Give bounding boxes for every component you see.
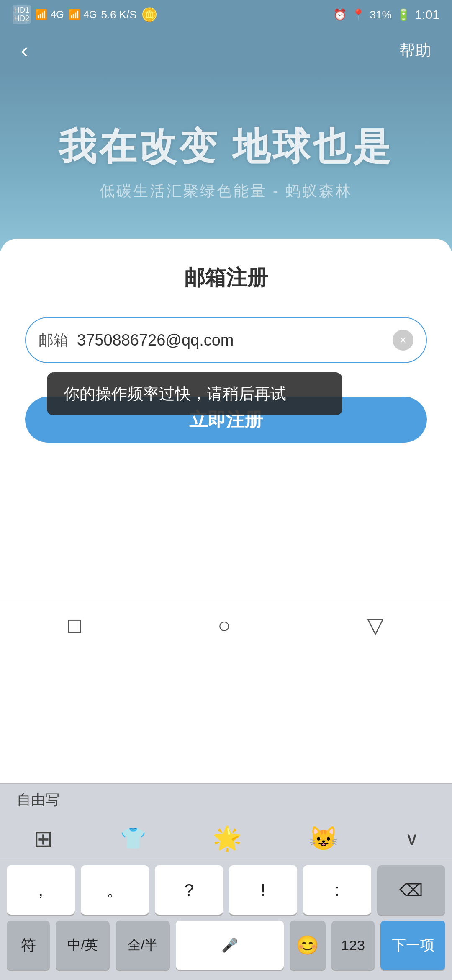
back-triangle-button[interactable]: ▽: [367, 613, 384, 638]
status-right: ⏰ 📍 31% 🔋 1:01: [333, 8, 439, 22]
bottom-nav: □ ○ ▽: [0, 602, 452, 648]
hero-title: 我在改变 地球也是: [59, 121, 393, 173]
signal-4g-1: 📶 4G: [35, 9, 64, 21]
top-nav: ‹ 帮助: [0, 29, 452, 71]
sticker-icon[interactable]: 🌟: [213, 825, 242, 852]
clear-button[interactable]: ×: [393, 330, 413, 351]
time: 1:01: [415, 8, 439, 22]
email-label: 邮箱: [39, 330, 69, 351]
keys-area: , 。 ? ! : ⌫ 符 中/英 全/半 🎤 😊: [0, 861, 452, 980]
hd-badge: HD1 HD2: [13, 5, 31, 24]
key-comma[interactable]: ,: [7, 865, 75, 915]
shirt-icon[interactable]: 👕: [120, 826, 146, 851]
empty-space: [0, 459, 452, 602]
signal-4g-2: 📶 4G: [68, 9, 97, 21]
hero-subtitle: 低碳生活汇聚绿色能量 - 蚂蚁森林: [100, 181, 352, 201]
keyboard-section: 自由写 ⊞ 👕 🌟 😺 ∨ , 。 ? ! : ⌫ 符: [0, 783, 452, 980]
lang-switch-key[interactable]: 中/英: [56, 921, 110, 970]
error-tooltip: 你的操作频率过快，请稍后再试: [47, 372, 342, 415]
space-key[interactable]: 🎤: [176, 921, 284, 970]
form-title: 邮箱注册: [25, 264, 427, 292]
form-card: 邮箱注册 邮箱 × 你的操作频率过快，请稍后再试 立即注册: [0, 239, 452, 459]
symbol-key[interactable]: 符: [7, 921, 50, 970]
speed: 5.6 K/S: [101, 8, 136, 21]
battery-text: 31%: [370, 8, 392, 21]
face-icon[interactable]: 😺: [309, 825, 338, 852]
location-icon: 📍: [352, 8, 365, 21]
keyboard-top-bar: 自由写: [0, 783, 452, 816]
home-square-button[interactable]: □: [68, 613, 81, 638]
coin-icon: 🪙: [141, 7, 158, 23]
backspace-key[interactable]: ⌫: [377, 865, 445, 915]
grid-icon[interactable]: ⊞: [33, 825, 53, 852]
keyboard-toolbar: ⊞ 👕 🌟 😺 ∨: [0, 816, 452, 861]
key-colon[interactable]: :: [303, 865, 371, 915]
key-question[interactable]: ?: [155, 865, 223, 915]
key-period[interactable]: 。: [81, 865, 149, 915]
next-key[interactable]: 下一项: [380, 921, 445, 970]
home-circle-button[interactable]: ○: [218, 613, 231, 638]
battery-icon: 🔋: [397, 8, 410, 21]
back-button[interactable]: ‹: [21, 38, 28, 63]
punctuation-row: , 。 ? ! : ⌫: [0, 865, 452, 915]
email-input[interactable]: [77, 331, 393, 349]
help-button[interactable]: 帮助: [399, 40, 431, 61]
free-write-label: 自由写: [17, 790, 59, 810]
collapse-keyboard-icon[interactable]: ∨: [405, 828, 419, 849]
status-left: HD1 HD2 📶 4G 📶 4G 5.6 K/S 🪙: [13, 5, 158, 24]
num-key[interactable]: 123: [331, 921, 375, 970]
hero-banner: 我在改变 地球也是 低碳生活汇聚绿色能量 - 蚂蚁森林: [0, 71, 452, 251]
email-input-row: 邮箱 × 你的操作频率过快，请稍后再试: [25, 317, 427, 363]
emoji-key[interactable]: 😊: [290, 921, 326, 970]
key-exclaim[interactable]: !: [229, 865, 297, 915]
special-row: 符 中/英 全/半 🎤 😊 123 下一项: [0, 921, 452, 970]
full-half-key[interactable]: 全/半: [116, 921, 170, 970]
status-bar: HD1 HD2 📶 4G 📶 4G 5.6 K/S 🪙 ⏰ 📍 31% 🔋 1:…: [0, 0, 452, 29]
alarm-icon: ⏰: [333, 8, 347, 21]
